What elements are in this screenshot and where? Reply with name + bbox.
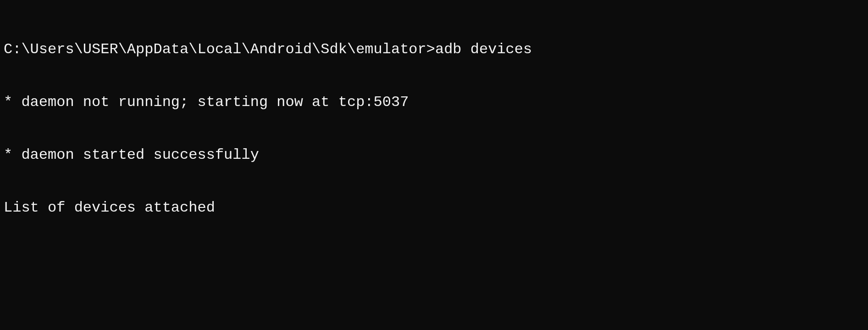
prompt-path: C:\Users\USER\AppData\Local\Android\Sdk\… bbox=[4, 41, 435, 58]
output-line: List of devices attached bbox=[4, 199, 864, 217]
typed-command: adb devices bbox=[435, 41, 532, 58]
command-line: C:\Users\USER\AppData\Local\Android\Sdk\… bbox=[4, 41, 864, 58]
terminal-window[interactable]: C:\Users\USER\AppData\Local\Android\Sdk\… bbox=[4, 6, 864, 235]
output-line: * daemon not running; starting now at tc… bbox=[4, 94, 864, 111]
output-line: * daemon started successfully bbox=[4, 146, 864, 164]
